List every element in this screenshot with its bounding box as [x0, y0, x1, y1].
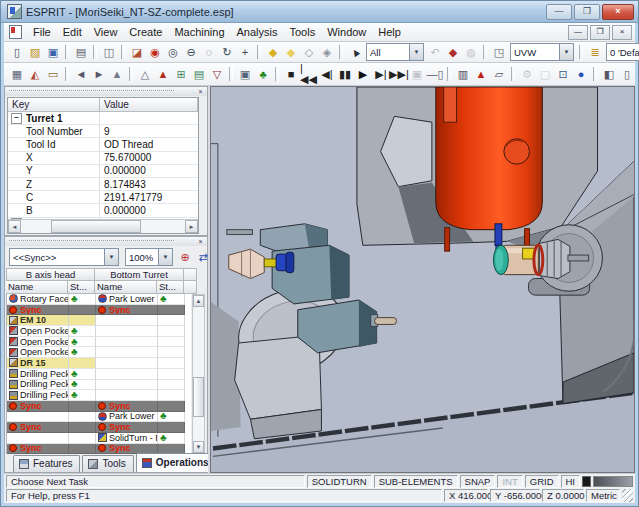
machine-window-icon[interactable]: ▯ — [618, 66, 636, 83]
select-filter-combo[interactable]: All▼ — [366, 43, 424, 61]
panel-grip[interactable] — [9, 90, 174, 94]
add-sync-icon[interactable]: ⊕ — [177, 250, 193, 265]
menu-create[interactable]: Create — [123, 25, 168, 39]
zoom-in-icon[interactable]: ◉ — [146, 44, 164, 61]
left-operation-cell[interactable] — [7, 412, 69, 423]
keyvalue-row[interactable]: Tool IdOD Thread — [8, 138, 198, 151]
keyvalue-row[interactable]: Tool Number9 — [8, 125, 198, 138]
right-operation-cell[interactable]: Park Lower T... — [96, 412, 158, 423]
stock-box-icon[interactable]: ▭ — [44, 66, 62, 83]
open-folder-icon[interactable]: ▨ — [26, 44, 44, 61]
turning-head-icon[interactable]: ▦ — [8, 66, 26, 83]
right-operation-cell[interactable]: Sync — [96, 401, 158, 412]
tab-tools[interactable]: Tools — [82, 455, 133, 472]
part-setup-icon[interactable]: ◭ — [26, 66, 44, 83]
operation-row[interactable]: Open Pocket T...♣ — [7, 347, 191, 358]
right-operation-cell[interactable] — [96, 315, 158, 326]
run-to-point-icon[interactable]: —▯ — [426, 66, 444, 83]
collapse-icon[interactable]: − — [11, 113, 22, 124]
step-forward-icon[interactable]: ▶| — [372, 66, 390, 83]
keyvalue-row[interactable]: B0.000000 — [8, 204, 198, 217]
left-operation-cell[interactable]: Sync — [7, 444, 69, 454]
spindle-dock-icon[interactable]: ▲ — [108, 66, 126, 83]
mdi-close-icon[interactable]: × — [612, 25, 632, 40]
keyvalue-row[interactable]: C2191.471779 — [8, 191, 198, 204]
sim-verify-icon[interactable]: ♣ — [254, 66, 272, 83]
column-header-value[interactable]: Value — [100, 98, 198, 112]
operation-row[interactable]: SolidTurn - R...♣ — [7, 433, 191, 444]
sphere-tool-icon[interactable]: ● — [572, 66, 590, 83]
left-operation-cell[interactable]: Open Pocket T... — [7, 326, 69, 337]
shading-hidden-icon[interactable]: ◈ — [318, 44, 336, 61]
shading-wireframe-icon[interactable]: ◇ — [300, 44, 318, 61]
right-operation-cell[interactable] — [96, 347, 158, 358]
machine-door-icon[interactable]: ◧ — [600, 66, 618, 83]
stock-add-icon[interactable]: ⊞ — [172, 66, 190, 83]
left-operation-cell[interactable]: Rotary Face Co... — [7, 294, 69, 305]
operation-row[interactable]: EM 10 — [7, 315, 191, 326]
machine-simulation-viewport[interactable] — [210, 86, 635, 473]
keyvalue-row[interactable]: Y0.000000 — [8, 165, 198, 178]
operation-row[interactable]: Park Lower T...♣ — [7, 412, 191, 423]
scroll-right-icon[interactable]: ► — [185, 220, 198, 233]
left-operation-cell[interactable]: Sync — [7, 422, 69, 433]
right-operation-cell[interactable]: Sync — [96, 305, 158, 316]
stoplight-icon[interactable]: ▥ — [454, 66, 472, 83]
keyvalue-row[interactable]: X75.670000 — [8, 152, 198, 165]
save-icon[interactable]: ▣ — [44, 44, 62, 61]
fast-forward-icon[interactable]: ▶▶| — [390, 66, 408, 83]
menu-help[interactable]: Help — [372, 25, 407, 39]
menu-analysis[interactable]: Analysis — [231, 25, 284, 39]
column-header-key[interactable]: Key — [8, 98, 100, 112]
work-plane-combo[interactable]: UVW▼ — [510, 43, 574, 61]
close-icon[interactable]: × — [602, 4, 634, 20]
panel-grip[interactable] — [9, 240, 174, 244]
tab-operations[interactable]: Operations — [136, 453, 217, 472]
stock-stack-icon[interactable]: ▤ — [190, 66, 208, 83]
keyvalue-row[interactable]: −Turret 1 — [8, 112, 198, 125]
close-panel-icon[interactable]: × — [196, 88, 205, 96]
chevron-down-icon[interactable]: ▼ — [559, 44, 573, 60]
horizontal-scrollbar[interactable]: ◄ ► — [8, 219, 198, 233]
maximize-icon[interactable]: ❐ — [574, 4, 600, 20]
operation-row[interactable]: DR 15 — [7, 358, 191, 369]
stop-icon[interactable]: ■ — [282, 66, 300, 83]
col-status-right[interactable]: St... — [157, 281, 184, 294]
left-operation-cell[interactable]: Sync — [7, 401, 69, 412]
tool-change-icon[interactable]: ▲ — [154, 66, 172, 83]
toggle-grid[interactable]: GRID — [525, 475, 559, 488]
operation-row[interactable]: Rotary Face Co...♣Park Lower T...♣ — [7, 294, 191, 305]
pan-icon[interactable]: + — [236, 44, 254, 61]
toggle-snap[interactable]: SNAP — [460, 475, 496, 488]
right-operation-cell[interactable] — [96, 380, 158, 391]
step-back-icon[interactable]: ◀| — [318, 66, 336, 83]
right-operation-cell[interactable]: SolidTurn - R... — [96, 433, 158, 444]
stock-transfer-icon[interactable]: ◄ — [72, 66, 90, 83]
shading-solid-icon[interactable]: ◆ — [264, 44, 282, 61]
toggle-hi[interactable]: HI — [561, 475, 581, 488]
sync-combo[interactable]: <<Sync>> ▼ — [9, 248, 119, 266]
scroll-track[interactable] — [193, 307, 204, 441]
zoom-previous-icon[interactable]: ◌ — [200, 44, 218, 61]
rewind-icon[interactable]: |◀◀ — [300, 66, 318, 83]
shading-translucent-icon[interactable]: ◆ — [282, 44, 300, 61]
toggle-int[interactable]: INT — [497, 475, 522, 488]
work-plane-icon[interactable]: ◳ — [490, 44, 508, 61]
operation-row[interactable]: SyncSync — [7, 422, 191, 433]
menu-view[interactable]: View — [88, 25, 124, 39]
menu-edit[interactable]: Edit — [57, 25, 88, 39]
vertical-scrollbar[interactable]: ▲ ▼ — [192, 294, 205, 454]
rotate-view-icon[interactable]: ↻ — [218, 44, 236, 61]
scroll-left-icon[interactable]: ◄ — [8, 220, 21, 233]
left-operation-cell[interactable]: Drilling Peck2... — [7, 380, 69, 391]
toggle-solidturn[interactable]: SOLIDTURN — [307, 475, 372, 488]
minimize-icon[interactable]: — — [546, 4, 572, 20]
copy-icon[interactable]: ◫ — [100, 44, 118, 61]
color-swatch[interactable] — [582, 476, 591, 487]
operation-row[interactable]: SyncSync — [7, 305, 191, 316]
operation-row[interactable]: Drilling Peck2...♣ — [7, 369, 191, 380]
left-operation-cell[interactable]: Sync — [7, 305, 69, 316]
play-icon[interactable]: ▶ — [354, 66, 372, 83]
new-file-icon[interactable]: ▯ — [8, 44, 26, 61]
group-header-right[interactable]: Bottom Turret — [95, 268, 184, 281]
